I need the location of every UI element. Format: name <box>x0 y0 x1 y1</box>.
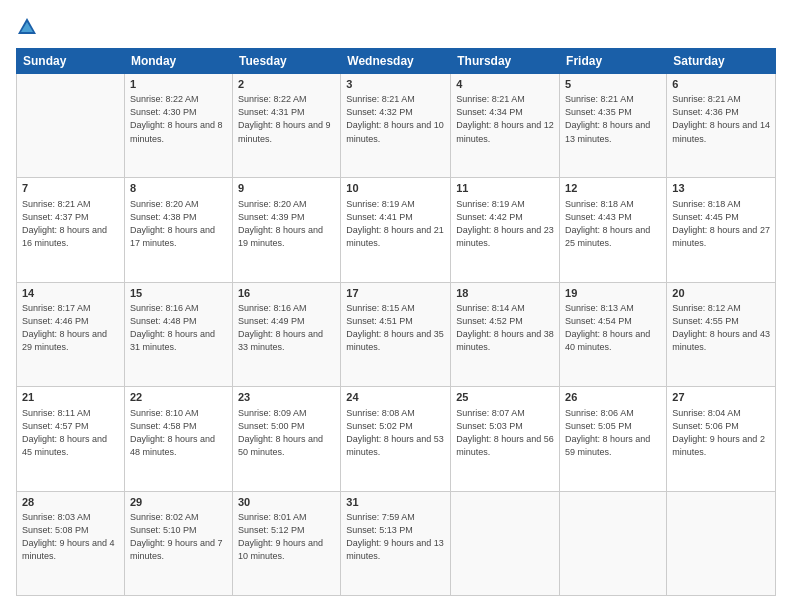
day-info: Sunrise: 8:16 AMSunset: 4:49 PMDaylight:… <box>238 302 335 354</box>
calendar-cell: 27Sunrise: 8:04 AMSunset: 5:06 PMDayligh… <box>667 387 776 491</box>
day-number: 8 <box>130 181 227 196</box>
calendar-cell: 4Sunrise: 8:21 AMSunset: 4:34 PMDaylight… <box>451 74 560 178</box>
day-number: 5 <box>565 77 661 92</box>
day-number: 10 <box>346 181 445 196</box>
page: SundayMondayTuesdayWednesdayThursdayFrid… <box>0 0 792 612</box>
day-info: Sunrise: 8:14 AMSunset: 4:52 PMDaylight:… <box>456 302 554 354</box>
day-number: 18 <box>456 286 554 301</box>
calendar-cell: 22Sunrise: 8:10 AMSunset: 4:58 PMDayligh… <box>124 387 232 491</box>
calendar-week-5: 28Sunrise: 8:03 AMSunset: 5:08 PMDayligh… <box>17 491 776 595</box>
day-number: 21 <box>22 390 119 405</box>
calendar-cell: 17Sunrise: 8:15 AMSunset: 4:51 PMDayligh… <box>341 282 451 386</box>
day-number: 31 <box>346 495 445 510</box>
day-number: 19 <box>565 286 661 301</box>
calendar-cell: 30Sunrise: 8:01 AMSunset: 5:12 PMDayligh… <box>232 491 340 595</box>
day-info: Sunrise: 8:22 AMSunset: 4:31 PMDaylight:… <box>238 93 335 145</box>
calendar-week-4: 21Sunrise: 8:11 AMSunset: 4:57 PMDayligh… <box>17 387 776 491</box>
day-number: 26 <box>565 390 661 405</box>
day-info: Sunrise: 8:12 AMSunset: 4:55 PMDaylight:… <box>672 302 770 354</box>
day-info: Sunrise: 8:07 AMSunset: 5:03 PMDaylight:… <box>456 407 554 459</box>
calendar-header: SundayMondayTuesdayWednesdayThursdayFrid… <box>17 49 776 74</box>
day-info: Sunrise: 8:11 AMSunset: 4:57 PMDaylight:… <box>22 407 119 459</box>
day-info: Sunrise: 8:20 AMSunset: 4:38 PMDaylight:… <box>130 198 227 250</box>
calendar-cell: 1Sunrise: 8:22 AMSunset: 4:30 PMDaylight… <box>124 74 232 178</box>
logo-icon <box>16 16 38 38</box>
day-info: Sunrise: 8:06 AMSunset: 5:05 PMDaylight:… <box>565 407 661 459</box>
day-info: Sunrise: 8:03 AMSunset: 5:08 PMDaylight:… <box>22 511 119 563</box>
calendar-cell: 2Sunrise: 8:22 AMSunset: 4:31 PMDaylight… <box>232 74 340 178</box>
day-info: Sunrise: 8:19 AMSunset: 4:41 PMDaylight:… <box>346 198 445 250</box>
calendar-cell: 24Sunrise: 8:08 AMSunset: 5:02 PMDayligh… <box>341 387 451 491</box>
day-info: Sunrise: 8:09 AMSunset: 5:00 PMDaylight:… <box>238 407 335 459</box>
day-number: 4 <box>456 77 554 92</box>
calendar-cell <box>560 491 667 595</box>
calendar-cell: 3Sunrise: 8:21 AMSunset: 4:32 PMDaylight… <box>341 74 451 178</box>
calendar-cell: 15Sunrise: 8:16 AMSunset: 4:48 PMDayligh… <box>124 282 232 386</box>
day-info: Sunrise: 8:21 AMSunset: 4:36 PMDaylight:… <box>672 93 770 145</box>
calendar-cell: 12Sunrise: 8:18 AMSunset: 4:43 PMDayligh… <box>560 178 667 282</box>
calendar-cell: 26Sunrise: 8:06 AMSunset: 5:05 PMDayligh… <box>560 387 667 491</box>
day-info: Sunrise: 8:13 AMSunset: 4:54 PMDaylight:… <box>565 302 661 354</box>
day-info: Sunrise: 8:18 AMSunset: 4:43 PMDaylight:… <box>565 198 661 250</box>
calendar-cell <box>17 74 125 178</box>
calendar-cell: 11Sunrise: 8:19 AMSunset: 4:42 PMDayligh… <box>451 178 560 282</box>
weekday-header-saturday: Saturday <box>667 49 776 74</box>
day-info: Sunrise: 8:19 AMSunset: 4:42 PMDaylight:… <box>456 198 554 250</box>
day-info: Sunrise: 8:08 AMSunset: 5:02 PMDaylight:… <box>346 407 445 459</box>
calendar-cell: 28Sunrise: 8:03 AMSunset: 5:08 PMDayligh… <box>17 491 125 595</box>
weekday-row: SundayMondayTuesdayWednesdayThursdayFrid… <box>17 49 776 74</box>
day-info: Sunrise: 8:04 AMSunset: 5:06 PMDaylight:… <box>672 407 770 459</box>
calendar-cell: 7Sunrise: 8:21 AMSunset: 4:37 PMDaylight… <box>17 178 125 282</box>
day-info: Sunrise: 8:21 AMSunset: 4:37 PMDaylight:… <box>22 198 119 250</box>
day-number: 7 <box>22 181 119 196</box>
day-info: Sunrise: 8:20 AMSunset: 4:39 PMDaylight:… <box>238 198 335 250</box>
day-number: 2 <box>238 77 335 92</box>
day-number: 27 <box>672 390 770 405</box>
calendar-cell: 13Sunrise: 8:18 AMSunset: 4:45 PMDayligh… <box>667 178 776 282</box>
calendar-body: 1Sunrise: 8:22 AMSunset: 4:30 PMDaylight… <box>17 74 776 596</box>
day-number: 25 <box>456 390 554 405</box>
day-number: 23 <box>238 390 335 405</box>
day-number: 29 <box>130 495 227 510</box>
day-number: 15 <box>130 286 227 301</box>
day-number: 28 <box>22 495 119 510</box>
day-info: Sunrise: 8:21 AMSunset: 4:34 PMDaylight:… <box>456 93 554 145</box>
day-number: 6 <box>672 77 770 92</box>
day-info: Sunrise: 8:01 AMSunset: 5:12 PMDaylight:… <box>238 511 335 563</box>
calendar-cell: 23Sunrise: 8:09 AMSunset: 5:00 PMDayligh… <box>232 387 340 491</box>
calendar-cell: 19Sunrise: 8:13 AMSunset: 4:54 PMDayligh… <box>560 282 667 386</box>
calendar-cell: 18Sunrise: 8:14 AMSunset: 4:52 PMDayligh… <box>451 282 560 386</box>
day-number: 17 <box>346 286 445 301</box>
day-info: Sunrise: 8:02 AMSunset: 5:10 PMDaylight:… <box>130 511 227 563</box>
day-number: 16 <box>238 286 335 301</box>
calendar-cell: 29Sunrise: 8:02 AMSunset: 5:10 PMDayligh… <box>124 491 232 595</box>
day-info: Sunrise: 8:21 AMSunset: 4:35 PMDaylight:… <box>565 93 661 145</box>
calendar-week-1: 1Sunrise: 8:22 AMSunset: 4:30 PMDaylight… <box>17 74 776 178</box>
calendar-cell: 10Sunrise: 8:19 AMSunset: 4:41 PMDayligh… <box>341 178 451 282</box>
weekday-header-sunday: Sunday <box>17 49 125 74</box>
day-info: Sunrise: 8:18 AMSunset: 4:45 PMDaylight:… <box>672 198 770 250</box>
calendar-cell: 5Sunrise: 8:21 AMSunset: 4:35 PMDaylight… <box>560 74 667 178</box>
weekday-header-friday: Friday <box>560 49 667 74</box>
calendar-cell: 16Sunrise: 8:16 AMSunset: 4:49 PMDayligh… <box>232 282 340 386</box>
logo <box>16 16 42 38</box>
day-number: 20 <box>672 286 770 301</box>
weekday-header-wednesday: Wednesday <box>341 49 451 74</box>
weekday-header-monday: Monday <box>124 49 232 74</box>
day-info: Sunrise: 8:15 AMSunset: 4:51 PMDaylight:… <box>346 302 445 354</box>
calendar-week-2: 7Sunrise: 8:21 AMSunset: 4:37 PMDaylight… <box>17 178 776 282</box>
day-info: Sunrise: 8:17 AMSunset: 4:46 PMDaylight:… <box>22 302 119 354</box>
calendar-cell: 31Sunrise: 7:59 AMSunset: 5:13 PMDayligh… <box>341 491 451 595</box>
calendar-cell: 8Sunrise: 8:20 AMSunset: 4:38 PMDaylight… <box>124 178 232 282</box>
day-number: 9 <box>238 181 335 196</box>
day-number: 3 <box>346 77 445 92</box>
calendar-cell: 14Sunrise: 8:17 AMSunset: 4:46 PMDayligh… <box>17 282 125 386</box>
day-info: Sunrise: 8:22 AMSunset: 4:30 PMDaylight:… <box>130 93 227 145</box>
calendar-cell <box>451 491 560 595</box>
weekday-header-tuesday: Tuesday <box>232 49 340 74</box>
day-number: 24 <box>346 390 445 405</box>
calendar-cell: 25Sunrise: 8:07 AMSunset: 5:03 PMDayligh… <box>451 387 560 491</box>
day-number: 14 <box>22 286 119 301</box>
weekday-header-thursday: Thursday <box>451 49 560 74</box>
calendar-cell <box>667 491 776 595</box>
